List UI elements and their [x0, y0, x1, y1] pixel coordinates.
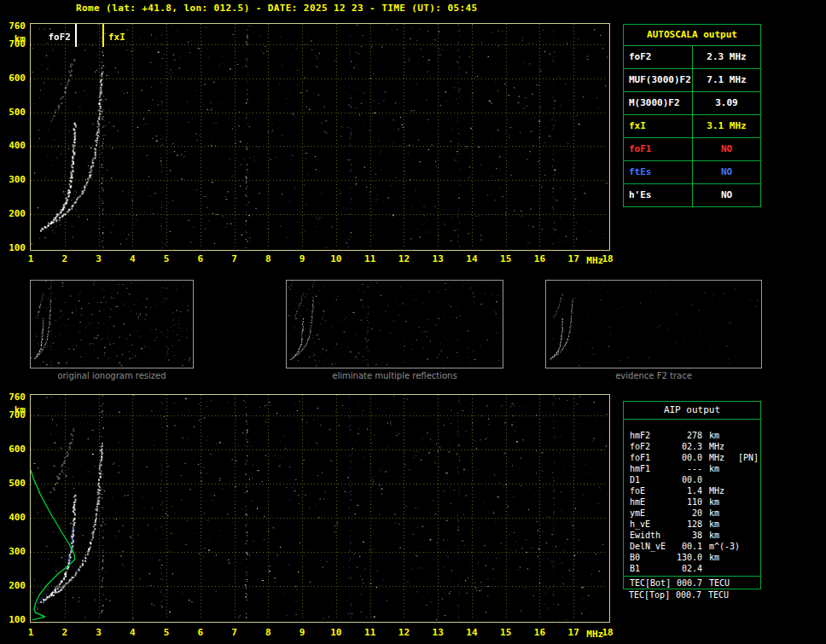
aip-param-value: 02.4 [672, 563, 702, 574]
aip-param-label: foF1 [624, 452, 672, 463]
y-tick-label: 600 [0, 73, 26, 84]
x-tick-label: 9 [291, 627, 313, 638]
autoscala-row: fxI3.1 MHz [624, 114, 760, 137]
x-tick-label: 8 [257, 627, 279, 638]
aip-param-value: 110 [672, 496, 702, 508]
autoscala-param-value: 3.1 MHz [693, 115, 760, 137]
x-tick-label: 10 [325, 253, 347, 264]
y-tick-label: 600 [0, 444, 26, 455]
x-tick-label: 4 [121, 627, 143, 638]
x-tick-label: 16 [528, 253, 550, 264]
y-tick-label: 400 [0, 140, 26, 151]
aip-param-value: 00.1 [672, 541, 702, 552]
y-axis-unit: km [0, 33, 26, 44]
thumbnail-caption-eliminate: eliminate multiple reflections [286, 371, 503, 380]
autoscala-param-value: NO [693, 184, 760, 206]
x-tick-label: 7 [224, 253, 246, 264]
ionogram-bottom-y-axis: 760700600500400300200100km [0, 394, 28, 621]
autoscala-param-value: 3.09 [693, 92, 760, 114]
aip-param-label: h_vE [624, 519, 672, 530]
ionogram-top: foF2 fxI [30, 23, 610, 251]
autoscala-param-value: 2.3 MHz [693, 46, 760, 68]
aip-row: TEC[Bot]000.7TECU [624, 577, 760, 589]
fof2-marker-label: foF2 [40, 32, 71, 43]
aip-param-unit: km [702, 530, 738, 541]
aip-param-label: hmF1 [624, 463, 672, 474]
x-tick-label: 13 [427, 253, 449, 264]
aip-param-value: 00.0 [672, 452, 702, 463]
aip-param-value: --- [672, 463, 702, 474]
fxi-marker-label: fxI [108, 32, 125, 43]
aip-param-value: 02.3 [672, 441, 702, 452]
x-tick-label: 15 [495, 627, 517, 638]
aip-row: foE1.4MHz [624, 485, 760, 496]
ionogram-bottom [30, 394, 610, 623]
aip-param-unit [702, 563, 738, 574]
aip-param-note [737, 589, 759, 600]
aip-param-label: DelN_vE [624, 541, 672, 552]
aip-param-note [738, 563, 760, 574]
autoscala-param-label: fxI [624, 115, 693, 137]
x-tick-label: 14 [461, 253, 483, 264]
ionogram-top-y-axis: 760700600500400300200100km [0, 23, 28, 249]
aip-row: B102.4 [624, 563, 760, 574]
aip-output-table: AIP output hmF2278kmfoF202.3MHzfoF100.0M… [623, 401, 761, 589]
aip-param-note [738, 530, 760, 541]
x-tick-label: 5 [155, 627, 177, 638]
y-tick-label: 400 [0, 512, 26, 523]
aip-param-label: foF2 [624, 441, 672, 452]
autoscala-table-rows: foF22.3 MHzMUF(3000)F27.1 MHzM(3000)F23.… [624, 45, 760, 206]
x-tick-label: 8 [257, 253, 279, 264]
aip-param-label: ymE [624, 508, 672, 519]
aip-row: hmF1---km [624, 463, 760, 474]
x-tick-label: 12 [393, 253, 415, 264]
aip-param-value: 130.0 [672, 552, 702, 563]
aip-param-value: 20 [672, 508, 702, 519]
aip-row: h_vE128km [624, 519, 760, 530]
aip-param-unit: km [702, 508, 738, 519]
x-tick-label: 3 [88, 253, 110, 264]
thumbnail-original-canvas [31, 281, 191, 366]
ionogram-top-x-axis: 123456789101112131415161718MHz [31, 252, 620, 265]
aip-tec-bot-row: TEC[Bot]000.7TECU [624, 576, 760, 589]
aip-param-unit: km [702, 519, 738, 530]
autoscala-param-label: M(3000)F2 [624, 92, 693, 114]
aip-row: foF100.0MHz[PN] [624, 452, 760, 463]
aip-param-value: 38 [672, 530, 702, 541]
x-axis-unit: MHz [581, 629, 608, 640]
aip-row: hmE110km [624, 496, 760, 508]
thumbnail-evidence-canvas [546, 281, 759, 366]
aip-param-label: B0 [624, 552, 672, 563]
y-tick-label: 500 [0, 478, 26, 489]
autoscala-screen: Rome (lat: +41.8, lon: 012.5) - DATE: 20… [0, 0, 826, 644]
aip-param-unit: km [702, 496, 738, 508]
y-axis-unit: km [0, 404, 26, 415]
autoscala-param-value: NO [693, 161, 760, 183]
autoscala-row: foF22.3 MHz [624, 45, 760, 68]
ionogram-bottom-x-axis: 123456789101112131415161718MHz [31, 625, 620, 639]
ionogram-top-canvas [31, 24, 608, 248]
aip-param-unit: TECU [701, 589, 737, 600]
x-tick-label: 10 [325, 627, 347, 638]
aip-param-note [738, 474, 760, 485]
thumbnail-original-ionogram [30, 280, 194, 368]
x-tick-label: 1 [20, 627, 42, 638]
y-tick-label: 760 [0, 392, 26, 403]
x-tick-label: 5 [155, 253, 177, 264]
aip-param-value: 1.4 [672, 485, 702, 496]
aip-param-label: foE [624, 485, 672, 496]
thumbnail-caption-evidence: evidence F2 trace [545, 371, 762, 380]
y-tick-label: 100 [0, 614, 26, 625]
aip-param-label: Ewidth [624, 530, 672, 541]
aip-row: ymE20km [624, 508, 760, 519]
autoscala-param-label: MUF(3000)F2 [624, 69, 693, 91]
x-tick-label: 7 [224, 627, 246, 638]
aip-param-unit: MHz [702, 452, 738, 463]
ionogram-bottom-canvas [31, 395, 608, 620]
y-tick-label: 300 [0, 174, 26, 185]
x-tick-label: 12 [393, 627, 415, 638]
aip-param-label: hmE [624, 496, 672, 508]
x-tick-label: 1 [20, 253, 42, 264]
y-tick-label: 200 [0, 580, 26, 591]
thumbnail-evidence-f2 [545, 280, 762, 368]
